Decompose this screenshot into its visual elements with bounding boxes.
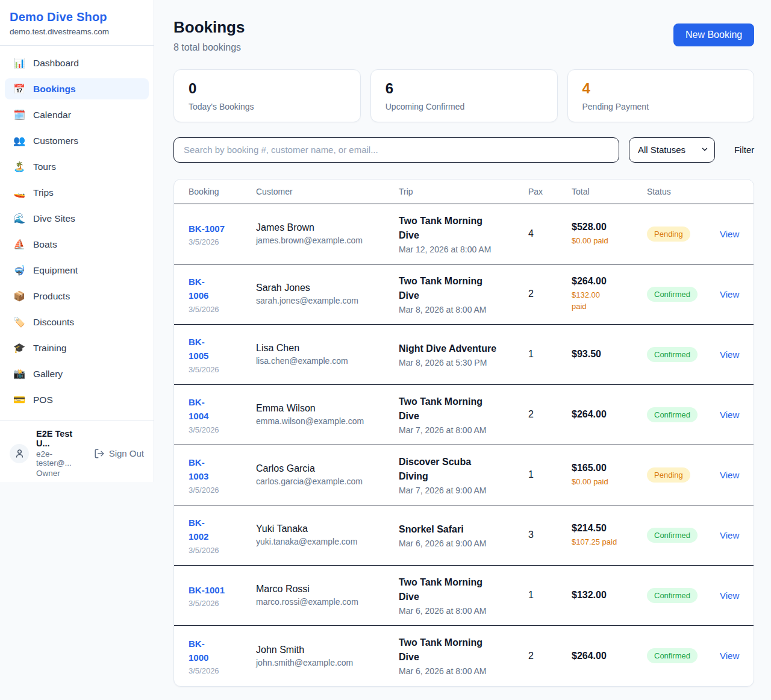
booking-cell: BK-1007 3/5/2026 <box>189 222 256 246</box>
sidebar-item-dive-sites[interactable]: 🌊 Dive Sites <box>5 208 149 229</box>
sidebar-item-trips[interactable]: 🚤 Trips <box>5 182 149 203</box>
customer-name: Emma Wilson <box>256 403 399 414</box>
nav-item-label: Calendar <box>33 110 71 120</box>
user-info: E2E Test U... e2e-tester@... Owner <box>36 429 87 478</box>
status-cell: Confirmed <box>647 287 720 302</box>
sidebar-item-dashboard[interactable]: 📊 Dashboard <box>5 52 149 73</box>
stat-label: Pending Payment <box>582 102 740 111</box>
trip-cell: Night Dive Adventure Mar 8, 2026 at 5:30… <box>399 342 528 367</box>
view-link[interactable]: View <box>720 590 739 601</box>
controls-row: All Statuses Filter <box>173 137 754 163</box>
pax-value: 3 <box>528 530 572 540</box>
trip-date: Mar 6, 2026 at 9:00 AM <box>399 539 528 548</box>
sidebar-item-tours[interactable]: 🏝️ Tours <box>5 156 149 177</box>
view-link[interactable]: View <box>720 289 739 299</box>
nav-item-label: Trips <box>33 187 54 198</box>
table-row: BK- 1004 3/5/2026 Emma Wilson emma.wilso… <box>174 385 754 445</box>
filter-button[interactable]: Filter <box>734 145 754 155</box>
booking-cell: BK- 1002 3/5/2026 <box>189 516 256 555</box>
status-badge: Pending <box>647 467 690 483</box>
search-input[interactable] <box>173 137 619 163</box>
trip-name: Discover Scuba Diving <box>399 455 528 484</box>
booking-date: 3/5/2026 <box>189 305 256 314</box>
view-link[interactable]: View <box>720 229 739 239</box>
booking-id-link[interactable]: BK- 1005 <box>189 335 256 363</box>
trip-date: Mar 8, 2026 at 8:00 AM <box>399 305 528 314</box>
nav-item-label: Tours <box>33 161 56 172</box>
sidebar-item-discounts[interactable]: 🏷️ Discounts <box>5 311 149 333</box>
column-header-booking: Booking <box>189 187 256 196</box>
tours-icon: 🏝️ <box>13 161 25 172</box>
trip-cell: Two Tank Morning Dive Mar 6, 2026 at 8:0… <box>399 575 528 616</box>
trip-cell: Two Tank Morning Dive Mar 12, 2026 at 8:… <box>399 214 528 254</box>
view-link[interactable]: View <box>720 410 739 420</box>
sidebar-item-calendar[interactable]: 🗓️ Calendar <box>5 104 149 125</box>
sign-out-icon <box>94 448 105 459</box>
view-link[interactable]: View <box>720 651 739 661</box>
nav-item-label: Discounts <box>33 317 74 328</box>
view-link[interactable]: View <box>720 349 739 360</box>
status-cell: Confirmed <box>647 407 720 422</box>
sidebar-item-gallery[interactable]: 📸 Gallery <box>5 363 149 384</box>
booking-date: 3/5/2026 <box>189 546 256 555</box>
trip-name: Two Tank Morning Dive <box>399 575 528 604</box>
table-row: BK- 1002 3/5/2026 Yuki Tanaka yuki.tanak… <box>174 505 754 566</box>
status-cell: Confirmed <box>647 528 720 543</box>
booking-date: 3/5/2026 <box>189 425 256 434</box>
page-subtitle: 8 total bookings <box>173 42 245 53</box>
status-cell: Pending <box>647 227 720 242</box>
sidebar-item-boats[interactable]: ⛵ Boats <box>5 234 149 255</box>
booking-id-link[interactable]: BK- 1004 <box>189 395 256 423</box>
paid-amount: $132.00 paid <box>572 289 647 313</box>
status-badge: Confirmed <box>647 528 698 543</box>
view-link[interactable]: View <box>720 530 739 540</box>
nav-item-label: Products <box>33 291 70 302</box>
trip-date: Mar 6, 2026 at 8:00 AM <box>399 606 528 616</box>
trips-icon: 🚤 <box>13 187 25 198</box>
sidebar-item-training[interactable]: 🎓 Training <box>5 337 149 358</box>
status-cell: Confirmed <box>647 648 720 663</box>
booking-id-link[interactable]: BK-1007 <box>189 222 256 236</box>
stat-label: Today's Bookings <box>189 102 346 111</box>
customer-cell: Yuki Tanaka yuki.tanaka@example.com <box>256 523 399 546</box>
booking-id-link[interactable]: BK-1001 <box>189 583 256 597</box>
trip-name: Two Tank Morning Dive <box>399 636 528 664</box>
total-amount: $528.00 <box>572 222 647 233</box>
total-cell: $528.00 $0.00 paid <box>572 222 647 247</box>
sidebar-item-customers[interactable]: 👥 Customers <box>5 130 149 151</box>
booking-id-link[interactable]: BK- 1000 <box>189 637 256 665</box>
stat-card-upcoming-confirmed: 6 Upcoming Confirmed <box>370 69 558 122</box>
table-row: BK- 1006 3/5/2026 Sarah Jones sarah.jone… <box>174 264 754 325</box>
discounts-icon: 🏷️ <box>13 316 25 328</box>
status-badge: Confirmed <box>647 407 698 422</box>
booking-date: 3/5/2026 <box>189 666 256 675</box>
status-filter-select[interactable]: All Statuses <box>629 137 715 163</box>
customer-cell: Lisa Chen lisa.chen@example.com <box>256 343 399 366</box>
booking-date: 3/5/2026 <box>189 486 256 495</box>
booking-id-link[interactable]: BK- 1002 <box>189 516 256 544</box>
sidebar-item-equipment[interactable]: 🤿 Equipment <box>5 260 149 281</box>
booking-date: 3/5/2026 <box>189 237 256 246</box>
trip-name: Night Dive Adventure <box>399 342 528 356</box>
trip-cell: Two Tank Morning Dive Mar 8, 2026 at 8:0… <box>399 274 528 314</box>
stat-value: 6 <box>386 80 543 98</box>
booking-id-link[interactable]: BK- 1003 <box>189 455 256 484</box>
dashboard-icon: 📊 <box>13 57 25 69</box>
new-booking-button[interactable]: New Booking <box>673 23 754 46</box>
customer-cell: James Brown james.brown@example.com <box>256 222 399 245</box>
view-link[interactable]: View <box>720 470 739 480</box>
sidebar-item-products[interactable]: 📦 Products <box>5 286 149 307</box>
trip-date: Mar 7, 2026 at 8:00 AM <box>399 425 528 435</box>
total-cell: $264.00 <box>572 409 647 420</box>
user-role: Owner <box>36 469 87 478</box>
booking-id-link[interactable]: BK- 1006 <box>189 275 256 303</box>
pos-icon: 💳 <box>13 394 25 405</box>
training-icon: 🎓 <box>13 342 25 354</box>
status-cell: Confirmed <box>647 347 720 362</box>
stat-card-pending-payment: 4 Pending Payment <box>567 69 755 122</box>
sidebar-item-bookings[interactable]: 📅 Bookings <box>5 78 149 99</box>
page-header: Bookings 8 total bookings New Booking <box>173 18 754 53</box>
nav-item-label: Dashboard <box>33 58 79 69</box>
sidebar-item-pos[interactable]: 💳 POS <box>5 389 149 410</box>
sign-out-button[interactable]: Sign Out <box>94 448 144 459</box>
